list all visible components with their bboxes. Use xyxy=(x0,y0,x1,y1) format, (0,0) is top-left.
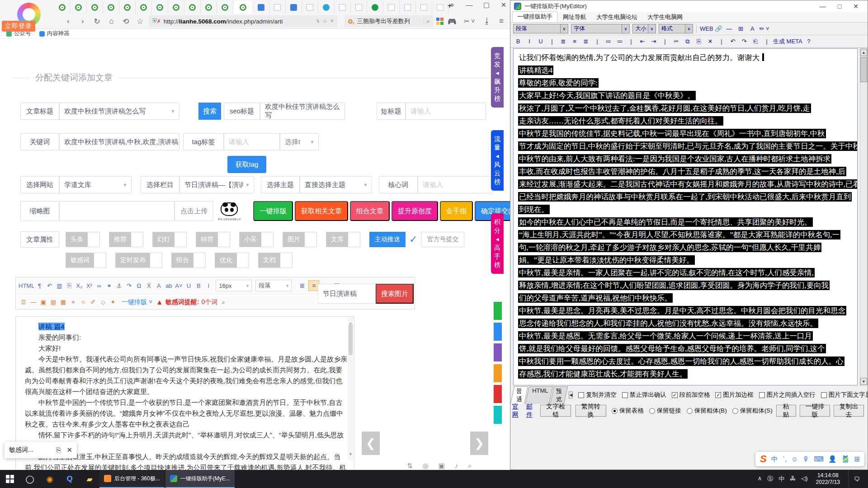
browser-tab[interactable] xyxy=(383,1,400,14)
maximize-icon[interactable]: ▢ xyxy=(481,1,492,9)
toolbar-icon[interactable]: | xyxy=(547,37,557,47)
toolbar-icon[interactable]: I xyxy=(524,37,534,47)
keep-option-radio[interactable]: 保留粗体(B) xyxy=(687,407,727,415)
main-button[interactable]: 复制出去 xyxy=(834,405,864,417)
coreword-input[interactable]: 请输入 xyxy=(418,176,493,193)
toolbar-icon[interactable]: | xyxy=(660,37,670,47)
editor-tool-icon[interactable]: ⌖ xyxy=(68,297,78,308)
browser-tab[interactable] xyxy=(367,1,383,14)
footer-link[interactable]: 官网 xyxy=(512,403,523,419)
reload-icon[interactable]: ↻ xyxy=(91,17,103,26)
toolbar-icon[interactable]: ? xyxy=(804,37,814,47)
quick-strip-item[interactable] xyxy=(494,343,502,361)
format-combo[interactable]: 字体∨ xyxy=(571,24,630,33)
search-query[interactable]: 三胞胎考出等差数列 xyxy=(357,17,421,25)
toolbar-icon[interactable]: ≔ xyxy=(604,37,613,47)
paragraph-select[interactable]: 段落▾ xyxy=(255,280,292,291)
toolbar-icon[interactable]: U xyxy=(536,37,546,47)
quick-strip-item[interactable] xyxy=(494,364,502,382)
browser-tab[interactable] xyxy=(184,1,201,14)
attr-toggle[interactable]: 小采 xyxy=(239,232,274,247)
toolbar-icon[interactable]: A xyxy=(747,24,757,34)
editor-tool-icon[interactable]: ab xyxy=(164,280,174,291)
toolbar-icon[interactable]: WEB 🔗 xyxy=(700,24,722,34)
status-icon[interactable]: ◎ xyxy=(423,462,429,470)
action-button[interactable]: 提升原创度 xyxy=(392,201,438,221)
toolbar-icon[interactable]: ✏ ˅ xyxy=(759,24,769,34)
tag-select[interactable]: 选择t▼ xyxy=(280,133,319,150)
site-select[interactable]: 学道文库▼ xyxy=(59,176,132,193)
browser-tab[interactable] xyxy=(335,1,351,14)
keep-option-radio[interactable]: 保留表格 xyxy=(612,407,644,415)
attr-toggle[interactable]: 文档 xyxy=(258,253,292,268)
tool-button[interactable]: 繁简转换 xyxy=(576,405,606,417)
screenshot-scissors-icon[interactable]: ✂ ˅ xyxy=(461,18,479,25)
toolbar-icon[interactable]: | xyxy=(717,37,726,47)
editor-tool-icon[interactable]: ¶ xyxy=(34,280,44,291)
zoom-icon[interactable]: ⌕ xyxy=(218,297,228,308)
editor-tool-icon[interactable]: Ẍ xyxy=(144,280,154,291)
editor-tool-icon[interactable]: U xyxy=(184,280,193,291)
push-toggle[interactable]: 主动推送 xyxy=(369,232,406,247)
editor-tool-icon[interactable]: X² xyxy=(84,280,94,291)
editor-content[interactable]: 讲稿 篇4 亲爱的同事们: 大家好! 今天是中秋节。我谨代表公司向所有同事说一声… xyxy=(15,316,354,488)
topic-select[interactable]: 直接选择主题▼ xyxy=(300,176,372,193)
taskbar-clock[interactable]: 14:14:08 2022/7/13 xyxy=(813,472,843,486)
browser-tab[interactable] xyxy=(152,1,168,14)
status-icon[interactable]: ⇅ xyxy=(407,462,413,470)
sogou-ime-bar[interactable]: S 中᾿,☺🎙⌨👤🎽⊞ xyxy=(755,452,864,466)
quick-strip-item[interactable] xyxy=(494,323,502,341)
editor-tool-icon[interactable]: ☰ xyxy=(19,297,28,308)
browser-tab[interactable] xyxy=(432,1,448,14)
browser-tab[interactable] xyxy=(103,1,119,14)
editor-tool-icon[interactable]: A xyxy=(154,280,164,291)
radio-icon[interactable] xyxy=(649,408,655,414)
carousel-left-arrow[interactable]: ❮ xyxy=(362,432,380,455)
ime-icon[interactable]: ☺ xyxy=(791,455,798,464)
editor-tool-icon[interactable]: B xyxy=(193,280,203,291)
option-checkbox[interactable]: ✓图片加边框 xyxy=(715,391,754,399)
browser-tab[interactable] xyxy=(286,1,302,14)
action-button[interactable]: 获取相关文章 xyxy=(295,201,348,221)
option-checkbox[interactable]: ✓段前加空格 xyxy=(672,391,710,399)
toolbar-icon[interactable]: ≣ xyxy=(581,37,591,47)
editor-tool-icon[interactable]: ▤ xyxy=(48,297,58,308)
ime-icon[interactable]: 🎽 xyxy=(841,455,850,464)
tray-icon[interactable]: ◁) xyxy=(801,475,807,483)
editor-tool-icon[interactable]: ∞ xyxy=(94,280,104,291)
toolbar-icon[interactable]: — xyxy=(724,24,734,34)
status-icon[interactable]: ⌕ xyxy=(468,462,472,470)
editor-tool-icon[interactable]: — xyxy=(28,297,38,308)
editor-tool-icon[interactable]: A˅ xyxy=(174,280,184,291)
browser-tab[interactable] xyxy=(201,1,217,14)
close-icon[interactable]: ✕ xyxy=(498,1,509,9)
checkbox-icon[interactable] xyxy=(821,392,827,398)
home-icon[interactable]: ⌂ xyxy=(105,17,117,26)
editor-tool-icon[interactable]: ⎀ xyxy=(78,297,88,308)
editor-tool-icon[interactable]: Ω xyxy=(134,280,144,291)
tag-input[interactable]: 请输入 xyxy=(224,133,280,150)
browser-tab[interactable] xyxy=(302,1,318,14)
close-icon[interactable]: ✕ xyxy=(66,446,72,454)
editor-tool-icon[interactable]: ◇ xyxy=(98,297,108,308)
checkbox-icon[interactable]: ✓ xyxy=(672,392,678,398)
editor-tool-icon[interactable]: ▥ xyxy=(54,280,64,291)
keep-option-radio[interactable]: 保留链接 xyxy=(649,407,681,415)
keywords-input[interactable]: 欢度中秋佳节演讲稿,中秋,欢度,演讲稿 xyxy=(59,133,179,150)
main-button[interactable]: 粘贴 xyxy=(776,405,796,417)
option-checkbox[interactable]: 图片下面文字居中 xyxy=(821,391,868,399)
apps-grid-icon[interactable] xyxy=(436,18,443,25)
menu-tab[interactable]: 网址导航 xyxy=(558,12,591,22)
footer-link[interactable]: 邮件 xyxy=(526,403,537,419)
upload-button[interactable]: 点击上传 xyxy=(175,201,213,221)
star-icon[interactable]: ☆ xyxy=(322,18,327,24)
oneclick-format-dropdown[interactable]: 一键排版 ˅ xyxy=(122,298,152,306)
toolbar-icon[interactable]: ⇤ xyxy=(637,37,647,47)
editor-tool-icon[interactable]: ⎘ xyxy=(64,280,74,291)
start-button[interactable] xyxy=(0,470,20,488)
scroll-down-icon[interactable]: ▼ xyxy=(348,449,354,460)
ime-icon[interactable]: 👤 xyxy=(828,455,837,464)
browser-tab[interactable] xyxy=(318,1,335,14)
browser-tab[interactable] xyxy=(217,1,233,14)
action-button[interactable]: 组合文章 xyxy=(350,201,390,221)
